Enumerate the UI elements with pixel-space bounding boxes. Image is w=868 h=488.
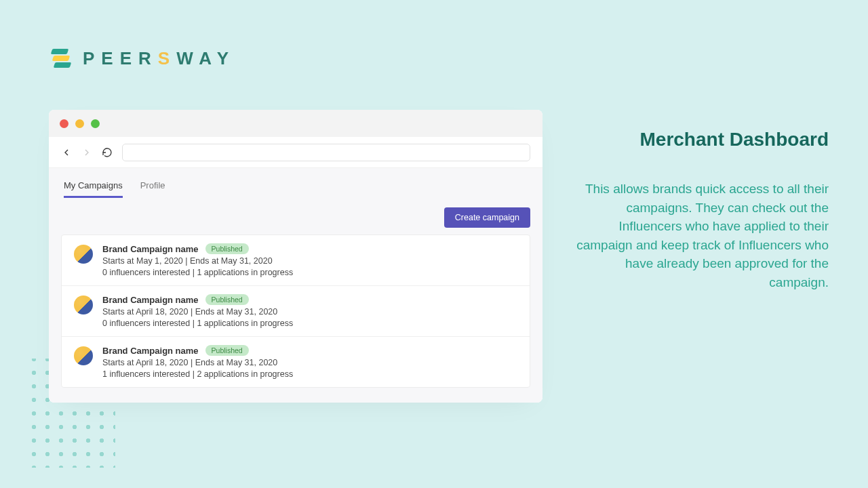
campaign-avatar-icon: [74, 245, 93, 264]
browser-toolbar: [49, 137, 542, 168]
page-description: This allows brands quick access to all t…: [571, 180, 829, 291]
browser-window: My Campaigns Profile Create campaign Bra…: [49, 110, 542, 403]
create-campaign-button[interactable]: Create campaign: [444, 207, 530, 228]
brand-name: PEERSWAY: [83, 48, 235, 69]
tab-profile[interactable]: Profile: [140, 180, 165, 198]
campaign-dates: Starts at May 1, 2020 | Ends at May 31, …: [102, 256, 293, 266]
brand-name-part2: WAY: [176, 48, 235, 68]
campaign-stats: 0 influencers interested | 1 application…: [102, 319, 293, 328]
campaign-avatar-icon: [74, 346, 93, 365]
back-button[interactable]: [61, 147, 72, 158]
reload-button[interactable]: [102, 147, 113, 158]
tab-bar: My Campaigns Profile: [61, 180, 530, 198]
tab-my-campaigns[interactable]: My Campaigns: [64, 180, 123, 198]
campaign-dates: Starts at April 18, 2020 | Ends at May 3…: [102, 307, 293, 317]
status-badge: Published: [205, 345, 249, 356]
campaign-stats: 1 influencers interested | 2 application…: [102, 369, 293, 379]
window-minimize-icon[interactable]: [75, 119, 84, 128]
window-maximize-icon[interactable]: [91, 119, 100, 128]
campaign-dates: Starts at April 18, 2020 | Ends at May 3…: [102, 358, 293, 367]
status-badge: Published: [205, 294, 249, 305]
window-close-icon[interactable]: [60, 119, 68, 128]
brand-name-accent: S: [158, 48, 176, 68]
brand-logo: PEERSWAY: [49, 46, 235, 70]
status-badge: Published: [205, 243, 249, 254]
campaign-row[interactable]: Brand Campaign name Published Starts at …: [62, 235, 530, 286]
window-titlebar: [49, 110, 542, 137]
brand-name-part1: PEER: [83, 48, 158, 68]
campaign-avatar-icon: [74, 296, 93, 314]
logo-mark-icon: [49, 46, 73, 70]
page-title: Merchant Dashboard: [640, 129, 829, 150]
campaign-list: Brand Campaign name Published Starts at …: [61, 235, 530, 388]
campaign-row[interactable]: Brand Campaign name Published Starts at …: [62, 286, 530, 337]
campaign-name: Brand Campaign name: [102, 346, 199, 356]
address-bar[interactable]: [122, 144, 530, 161]
campaign-stats: 0 influencers interested | 1 application…: [102, 268, 293, 277]
forward-button[interactable]: [81, 147, 92, 158]
campaign-name: Brand Campaign name: [102, 295, 199, 305]
campaign-row[interactable]: Brand Campaign name Published Starts at …: [62, 337, 530, 387]
campaign-name: Brand Campaign name: [102, 244, 199, 254]
app-body: My Campaigns Profile Create campaign Bra…: [49, 168, 542, 403]
